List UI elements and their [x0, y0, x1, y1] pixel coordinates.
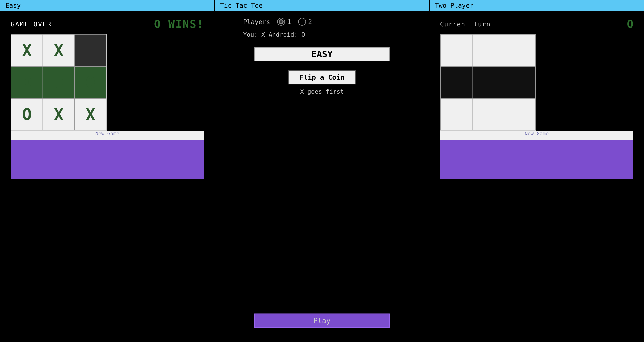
right-board: [440, 34, 536, 131]
play-button[interactable]: Play: [254, 313, 390, 328]
left-cell-1-0[interactable]: O: [11, 66, 43, 98]
player1-option[interactable]: 1: [277, 18, 291, 26]
right-board-row-2: [440, 98, 536, 130]
right-board-wrapper: New Game: [440, 34, 633, 179]
top-bar-easy[interactable]: Easy: [0, 0, 215, 11]
player2-option[interactable]: 2: [298, 18, 312, 26]
right-purple-fill: [440, 140, 633, 179]
right-cell-2-2[interactable]: [504, 98, 536, 130]
difficulty-text: EASY: [311, 49, 333, 59]
left-cell-0-0[interactable]: X: [11, 34, 43, 66]
players-label: Players: [243, 18, 270, 26]
twoplayer-label: Two Player: [435, 2, 474, 9]
right-panel: Current turn O: [429, 11, 644, 342]
play-button-container: Play: [254, 313, 390, 328]
x-goes-first-text: X goes first: [300, 88, 344, 95]
left-board-row-header: X X: [11, 34, 106, 66]
top-bar-twoplayer[interactable]: Two Player: [430, 0, 644, 11]
flip-coin-button[interactable]: Flip a Coin: [288, 70, 356, 84]
left-board-row-1: O O O: [11, 66, 106, 98]
current-turn-label: Current turn: [440, 21, 490, 28]
you-android-text: You: X Android: O: [243, 31, 305, 38]
tictactoe-label: Tic Tac Toe: [220, 2, 262, 9]
left-board: X X O O O O X X: [11, 34, 107, 131]
left-cell-0-2-header: [74, 34, 106, 66]
current-turn-value: O: [627, 18, 633, 30]
left-bottom-section: New Game: [11, 131, 204, 179]
right-cell-0-0[interactable]: [440, 34, 472, 66]
player2-radio[interactable]: [298, 18, 306, 26]
left-board-wrapper: X X O O O O X X New Game: [11, 34, 204, 179]
left-new-game-button[interactable]: New Game: [95, 131, 119, 137]
player1-label: 1: [287, 18, 291, 26]
right-new-game-button[interactable]: New Game: [525, 131, 549, 137]
left-cell-1-1[interactable]: O: [43, 66, 75, 98]
left-cell-0-1[interactable]: X: [43, 34, 75, 66]
right-board-row-1: [440, 66, 536, 98]
right-cell-1-0[interactable]: [440, 66, 472, 98]
left-board-row-2: O X X: [11, 98, 106, 130]
right-cell-2-0[interactable]: [440, 98, 472, 130]
main-content: GAME OVER O WINS! X X O O O: [0, 11, 644, 342]
right-cell-1-2[interactable]: [504, 66, 536, 98]
left-cell-1-2[interactable]: O: [74, 66, 106, 98]
top-bar: Easy Tic Tac Toe Two Player: [0, 0, 644, 11]
player1-radio-inner: [278, 19, 284, 24]
flip-coin-label: Flip a Coin: [300, 73, 344, 81]
right-cell-2-1[interactable]: [472, 98, 504, 130]
players-row: Players 1 2: [243, 18, 312, 26]
center-panel: Players 1 2 You: X Android: O EASY Flip …: [215, 11, 430, 342]
o-wins-label: O WINS!: [154, 18, 204, 30]
play-label: Play: [314, 316, 330, 325]
x-goes-first-label: X goes first: [300, 88, 344, 95]
left-status-row: GAME OVER O WINS!: [11, 18, 204, 30]
right-cell-1-1[interactable]: [472, 66, 504, 98]
you-android-row: You: X Android: O: [243, 31, 305, 38]
right-board-row-0: [440, 34, 536, 66]
player2-label: 2: [308, 18, 312, 26]
difficulty-bar[interactable]: EASY: [254, 47, 390, 61]
right-cell-0-2[interactable]: [504, 34, 536, 66]
top-bar-tictactoe[interactable]: Tic Tac Toe: [215, 0, 430, 11]
easy-label: Easy: [5, 2, 21, 9]
current-turn-row: Current turn O: [440, 18, 633, 30]
left-cell-2-2[interactable]: X: [74, 98, 106, 130]
player1-radio[interactable]: [277, 18, 285, 26]
left-cell-2-1[interactable]: X: [43, 98, 75, 130]
left-cell-2-0[interactable]: O: [11, 98, 43, 130]
left-purple-fill: [11, 140, 204, 179]
right-cell-0-1[interactable]: [472, 34, 504, 66]
right-bottom-section: New Game: [440, 131, 633, 179]
left-panel: GAME OVER O WINS! X X O O O: [0, 11, 215, 342]
game-over-label: GAME OVER: [11, 21, 52, 28]
